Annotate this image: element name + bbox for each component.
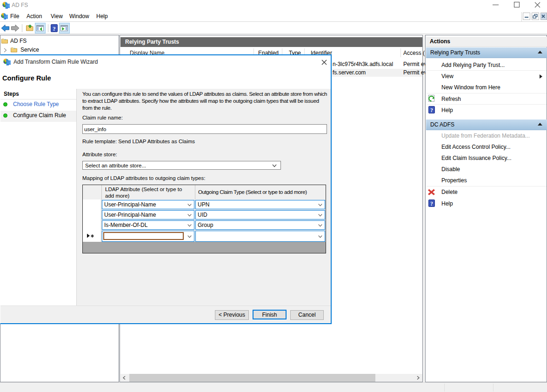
svg-text:?: ? — [53, 25, 56, 32]
